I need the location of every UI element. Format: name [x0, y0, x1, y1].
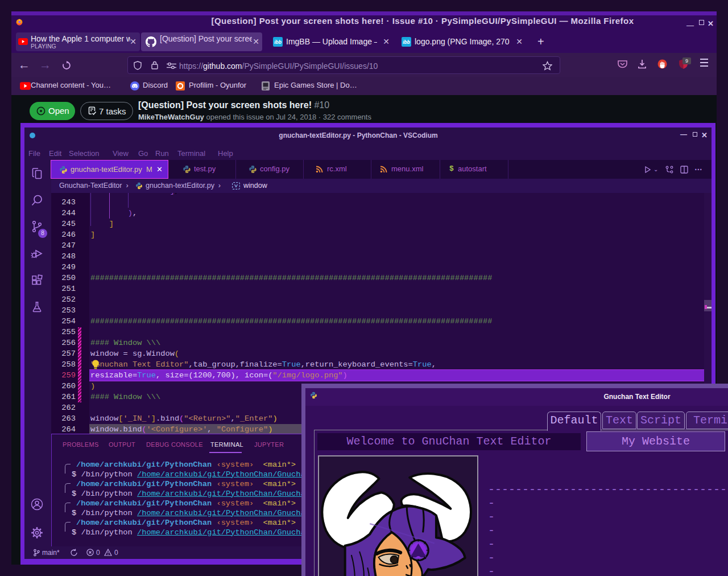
svg-text:ibb: ibb	[274, 39, 282, 45]
svg-text:ibb: ibb	[403, 39, 410, 45]
